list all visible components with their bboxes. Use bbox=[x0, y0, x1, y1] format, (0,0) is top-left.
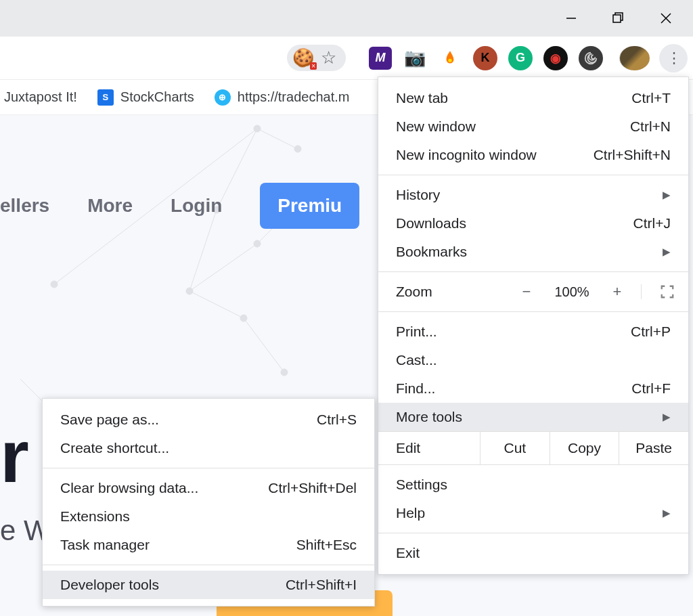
bookmark-tradechat[interactable]: ⊕ https://tradechat.m bbox=[215, 89, 350, 106]
svg-point-21 bbox=[240, 315, 247, 322]
menu-edit-row: Edit Cut Copy Paste bbox=[378, 431, 688, 465]
nav-premium-button[interactable]: Premiu bbox=[260, 183, 359, 229]
menu-history[interactable]: History ▶ bbox=[378, 181, 688, 209]
menu-exit[interactable]: Exit bbox=[378, 539, 688, 567]
zoom-in-button[interactable]: + bbox=[599, 283, 635, 301]
browser-toolbar: 🍪× ☆ M 📷 K G ◉ ⋮ bbox=[0, 37, 693, 80]
menu-paste[interactable]: Paste bbox=[619, 432, 688, 464]
bookmark-stockcharts[interactable]: S StockCharts bbox=[97, 89, 194, 106]
minimize-icon bbox=[566, 13, 577, 24]
more-tools-submenu: Save page as... Ctrl+S Create shortcut..… bbox=[42, 398, 375, 607]
menu-separator bbox=[378, 175, 688, 175]
restore-button[interactable] bbox=[598, 3, 639, 33]
close-button[interactable] bbox=[646, 3, 686, 33]
page-title: r bbox=[0, 413, 29, 499]
submenu-clear-data[interactable]: Clear browsing data... Ctrl+Shift+Del bbox=[43, 474, 374, 502]
svg-point-5 bbox=[448, 58, 451, 62]
svg-line-13 bbox=[244, 318, 284, 372]
extension-hotjar-icon[interactable] bbox=[438, 46, 462, 70]
menu-button[interactable]: ⋮ bbox=[659, 44, 688, 72]
svg-line-12 bbox=[189, 291, 244, 318]
cookie-icon[interactable]: 🍪× bbox=[292, 47, 314, 68]
menu-separator bbox=[378, 271, 688, 272]
restore-icon bbox=[612, 12, 625, 24]
bookmark-label: https://tradechat.m bbox=[238, 89, 350, 105]
menu-help[interactable]: Help ▶ bbox=[378, 499, 688, 527]
extension-grammarly-icon[interactable]: G bbox=[508, 46, 533, 70]
submenu-create-shortcut[interactable]: Create shortcut... bbox=[43, 434, 374, 462]
submenu-arrow-icon: ▶ bbox=[663, 507, 671, 519]
submenu-arrow-icon: ▶ bbox=[663, 246, 671, 258]
minimize-button[interactable] bbox=[551, 3, 591, 33]
menu-print[interactable]: Print... Ctrl+P bbox=[378, 317, 688, 346]
bookmark-label: StockCharts bbox=[120, 89, 194, 105]
menu-new-tab[interactable]: New tab Ctrl+T bbox=[378, 84, 688, 112]
submenu-task-manager[interactable]: Task manager Shift+Esc bbox=[43, 531, 374, 559]
close-icon bbox=[660, 12, 672, 24]
menu-cast[interactable]: Cast... bbox=[378, 346, 688, 374]
svg-point-15 bbox=[254, 125, 261, 132]
bookmark-label: Juxtapost It! bbox=[4, 89, 77, 105]
address-actions: 🍪× ☆ bbox=[287, 45, 346, 71]
svg-point-23 bbox=[51, 281, 58, 288]
nav-more[interactable]: More bbox=[87, 195, 133, 217]
menu-new-window[interactable]: New window Ctrl+N bbox=[378, 112, 688, 141]
extension-m-icon[interactable]: M bbox=[369, 47, 392, 70]
submenu-arrow-icon: ▶ bbox=[663, 411, 671, 423]
menu-zoom: Zoom − 100% + bbox=[378, 278, 688, 306]
menu-incognito[interactable]: New incognito window Ctrl+Shift+N bbox=[378, 141, 688, 169]
submenu-extensions[interactable]: Extensions bbox=[43, 502, 374, 531]
browser-menu: New tab Ctrl+T New window Ctrl+N New inc… bbox=[378, 76, 689, 575]
fullscreen-button[interactable] bbox=[641, 284, 679, 299]
star-icon[interactable]: ☆ bbox=[321, 47, 336, 68]
fullscreen-icon bbox=[660, 284, 675, 299]
submenu-developer-tools[interactable]: Developer tools Ctrl+Shift+I bbox=[43, 571, 374, 599]
menu-separator bbox=[378, 533, 688, 533]
svg-rect-2 bbox=[613, 15, 621, 22]
favicon-stockcharts: S bbox=[97, 89, 114, 106]
submenu-save-page[interactable]: Save page as... Ctrl+S bbox=[43, 405, 374, 434]
svg-line-7 bbox=[257, 129, 298, 149]
nav-sellers[interactable]: ellers bbox=[0, 195, 49, 217]
submenu-separator bbox=[43, 565, 374, 565]
svg-point-19 bbox=[254, 240, 261, 247]
menu-settings[interactable]: Settings bbox=[378, 470, 688, 499]
menu-copy[interactable]: Copy bbox=[550, 432, 619, 464]
extension-lens-icon[interactable]: ◉ bbox=[543, 46, 568, 70]
bookmark-juxtapost[interactable]: Juxtapost It! bbox=[4, 89, 77, 105]
menu-find[interactable]: Find... Ctrl+F bbox=[378, 374, 688, 403]
menu-edit-label: Edit bbox=[378, 432, 480, 464]
submenu-separator bbox=[43, 468, 374, 468]
menu-cut[interactable]: Cut bbox=[480, 432, 550, 464]
menu-more-tools[interactable]: More tools ▶ bbox=[378, 403, 688, 431]
kebab-icon: ⋮ bbox=[667, 49, 681, 67]
extension-camera-icon[interactable]: 📷 bbox=[403, 46, 427, 70]
zoom-out-button[interactable]: − bbox=[508, 283, 545, 301]
svg-point-16 bbox=[294, 146, 301, 152]
menu-bookmarks[interactable]: Bookmarks ▶ bbox=[378, 238, 688, 266]
svg-point-22 bbox=[281, 369, 288, 376]
favicon-tradechat: ⊕ bbox=[215, 89, 231, 106]
zoom-value: 100% bbox=[545, 284, 599, 300]
svg-point-18 bbox=[186, 288, 193, 294]
menu-separator bbox=[378, 311, 688, 312]
profile-avatar[interactable] bbox=[619, 46, 650, 70]
svg-line-10 bbox=[189, 244, 257, 291]
site-nav: ellers More Login Premiu bbox=[0, 183, 359, 229]
window-titlebar bbox=[0, 0, 693, 37]
menu-downloads[interactable]: Downloads Ctrl+J bbox=[378, 209, 688, 238]
submenu-arrow-icon: ▶ bbox=[663, 189, 671, 201]
nav-login[interactable]: Login bbox=[171, 195, 222, 217]
extension-spiral-icon[interactable] bbox=[579, 46, 603, 70]
extension-k-icon[interactable]: K bbox=[473, 46, 497, 70]
